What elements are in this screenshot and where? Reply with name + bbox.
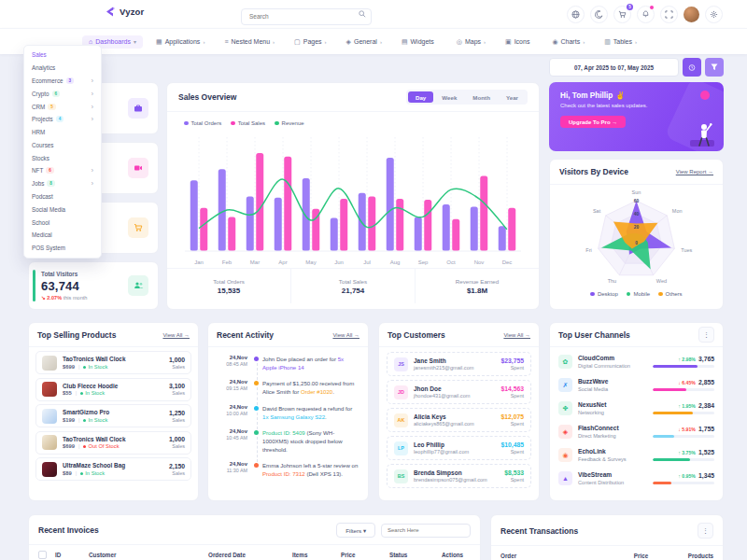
top-selling-products-card: Top Selling Products View All → TaoTroni… <box>28 322 199 501</box>
range-tab[interactable]: Day <box>408 91 433 103</box>
channel-row[interactable]: ✗ BuzzWave Social Media ↓ 6.45% 2,855 <box>550 373 723 397</box>
activity-link[interactable]: Product ID: 5409 <box>262 429 305 436</box>
promo-subtitle: Check out the latest sales updates. <box>560 103 712 108</box>
customer-row[interactable]: AK Alicia Keys aliciakeys865@gmail.com $… <box>387 408 531 432</box>
dropdown-menu-item[interactable]: Medical <box>24 229 101 242</box>
activity-item[interactable]: 24,Nov 10:45 AM Product ID: 5409 (Sony W… <box>214 428 359 460</box>
dropdown-menu-item[interactable]: Crypto 6 › <box>24 87 101 100</box>
view-all-link[interactable]: View All → <box>162 332 190 338</box>
transactions-table-header: OrderPriceProducts <box>491 545 723 560</box>
view-all-link[interactable]: View All → <box>503 332 530 338</box>
legend-dot <box>658 292 663 297</box>
cart-button[interactable]: 5 <box>613 6 631 23</box>
view-all-link[interactable]: View All → <box>332 332 359 338</box>
brand-logo[interactable]: Vyzor <box>106 7 145 17</box>
filters-button[interactable]: Filters ▾ <box>336 523 375 538</box>
channel-row[interactable]: ✿ CloudComm Digital Communication ↑ 2.98… <box>550 350 723 373</box>
nav-item-icon: ▣ <box>505 38 512 45</box>
nav-item[interactable]: ◈ General › <box>340 35 388 49</box>
product-row[interactable]: TaoTronics Wall Clock $699| In Stock 1,0… <box>35 351 191 374</box>
dropdown-menu-item[interactable]: Ecommerce 3 › <box>24 75 101 88</box>
dropdown-menu-item[interactable]: CRM 5 › <box>24 100 101 113</box>
date-range-picker[interactable]: 07, Apr 2025 to 07, May 2025 <box>549 58 679 77</box>
range-tab[interactable]: Week <box>434 91 464 103</box>
activity-date: 24,Nov <box>214 355 247 360</box>
customer-email: aliciakeys865@gmail.com <box>414 421 474 427</box>
nav-item-label: Tables <box>613 38 632 45</box>
nav-item[interactable]: ▥ Tables › <box>598 35 643 49</box>
summary-stat: Revenue Earned $1.8M <box>416 269 539 303</box>
activity-item[interactable]: 24,Nov 10:00 AM David Brown requested a … <box>214 404 359 427</box>
dropdown-menu-item[interactable]: Jobs 8 › <box>24 177 101 190</box>
customer-amount: $12,075 <box>500 413 524 420</box>
nav-item-label: Icons <box>514 38 530 45</box>
product-row[interactable]: UltraMaze School Bag $89| In Stock 2,150… <box>35 457 191 481</box>
activity-item[interactable]: 24,Nov 08:45 AM John Doe placed an order… <box>214 355 359 378</box>
nav-item[interactable]: ≡ Nested Menu › <box>218 35 281 49</box>
dropdown-menu-item[interactable]: Social Media <box>24 203 101 216</box>
invoice-search-input[interactable] <box>381 524 471 538</box>
customer-row[interactable]: BS Brenda Simpson brendasimpson075@gmail… <box>387 464 531 488</box>
product-row[interactable]: SmartGizmo Pro $199| In Stock 1,250 Sale… <box>35 404 191 427</box>
dropdown-menu-item[interactable]: Projects 4 › <box>24 113 101 126</box>
progress-track <box>653 388 714 391</box>
settings-button[interactable] <box>705 6 723 23</box>
dropdown-menu-item[interactable]: POS System <box>24 242 101 255</box>
channel-category: Social Media <box>578 386 608 392</box>
product-meta: $699| Out Of Stock <box>63 443 125 449</box>
dropdown-menu-item[interactable]: HRM <box>24 126 101 139</box>
activity-link[interactable]: 1x Samsung Galaxy S22 <box>262 413 325 420</box>
select-all-checkbox[interactable] <box>38 551 47 559</box>
dropdown-menu-item[interactable]: Podcast <box>24 190 101 203</box>
filter-button[interactable] <box>705 58 724 77</box>
nav-item[interactable]: ▢ Pages › <box>288 35 332 49</box>
nav-item[interactable]: ▣ Icons <box>499 35 539 49</box>
svg-text:40: 40 <box>634 212 640 217</box>
profile-button[interactable] <box>684 7 699 22</box>
gear-icon <box>710 10 718 19</box>
more-options-button[interactable]: ⋮ <box>698 327 714 343</box>
dropdown-item-label: Social Media <box>32 206 65 213</box>
channel-row[interactable]: ◉ EchoLink Feedback & Surveys ↑ 3.75% 1,… <box>550 443 723 467</box>
customer-amount: $10,485 <box>500 441 524 448</box>
activity-item[interactable]: 24,Nov 11:30 AM Emma Johnson left a 5-st… <box>214 461 359 484</box>
refresh-button[interactable] <box>683 58 701 77</box>
activity-time: 09:15 AM <box>214 385 247 391</box>
dropdown-menu-item[interactable]: NFT 6 › <box>24 164 101 177</box>
activity-link[interactable]: Order #1020 <box>301 388 332 395</box>
nav-item[interactable]: ▤ Widgets <box>395 35 444 49</box>
svg-text:Oct: Oct <box>446 259 456 265</box>
more-options-button[interactable]: ⋮ <box>698 523 713 539</box>
activity-link[interactable]: Product ID: 7312 <box>262 470 305 477</box>
dropdown-menu-item[interactable]: Sales <box>24 49 101 62</box>
customer-list: JS Jane Smith janesmith215@gmail.com $23… <box>379 347 539 497</box>
nav-item[interactable]: ◉ Charts › <box>545 35 591 49</box>
customer-row[interactable]: JS Jane Smith janesmith215@gmail.com $23… <box>387 352 531 376</box>
product-row[interactable]: TaoTronics Wall Clock $699| Out Of Stock… <box>35 431 191 455</box>
dropdown-menu-item[interactable]: Courses <box>24 138 101 151</box>
upgrade-button[interactable]: Upgrade To Pro → <box>560 116 626 128</box>
activity-item[interactable]: 24,Nov 09:15 AM Payment of $1,250.00 rec… <box>214 379 359 402</box>
channel-row[interactable]: ◈ FlashConnect Direct Marketing ↓ 5.91% … <box>550 420 723 443</box>
nav-item[interactable]: ▦ Applications › <box>149 35 211 49</box>
dropdown-menu-item[interactable]: School <box>24 216 101 229</box>
dropdown-menu-item[interactable]: Analytics <box>24 62 101 75</box>
range-tab[interactable]: Month <box>465 91 498 103</box>
dark-mode-button[interactable] <box>590 6 608 23</box>
stat-card-total-visitors[interactable]: Total Visitors 63,744 ↘ 2.07% this month <box>28 261 159 310</box>
search-input[interactable] <box>241 8 372 25</box>
channel-row[interactable]: ✤ NexusNet Networking ↑ 1.95% 2,384 <box>550 397 723 420</box>
product-row[interactable]: Club Fleece Hoodie $55| In Stock 3,100 S… <box>35 378 191 401</box>
fullscreen-button[interactable] <box>660 6 678 23</box>
notifications-button[interactable] <box>637 6 655 23</box>
summary-stat: Total Sales 21,754 <box>291 269 416 303</box>
nav-item[interactable]: ◎ Maps › <box>450 35 492 49</box>
range-tab[interactable]: Year <box>499 91 526 103</box>
channel-row[interactable]: ▲ VibeStream Content Distribution ↑ 0.95… <box>550 467 723 490</box>
nav-item-label: General <box>354 38 377 45</box>
language-button[interactable] <box>567 6 585 23</box>
view-report-link[interactable]: View Report → <box>676 169 713 175</box>
customer-row[interactable]: JD Jhon Doe jhondoe431@gmail.com $14,563… <box>387 380 531 404</box>
dropdown-menu-item[interactable]: Stocks <box>24 151 101 164</box>
customer-row[interactable]: LP Leo Phillip leophillip77@gmail.com $1… <box>387 436 531 460</box>
